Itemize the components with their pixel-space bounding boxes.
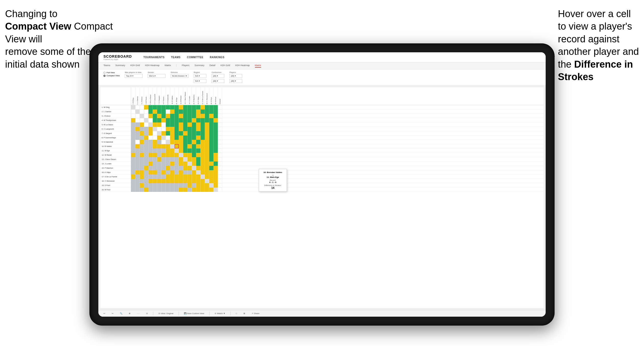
cell-4-20[interactable]	[214, 118, 218, 122]
cell-12-15[interactable]	[192, 153, 196, 157]
cell-13-1[interactable]	[131, 157, 135, 162]
cell-18-4[interactable]	[144, 179, 148, 183]
cell-11-20[interactable]	[214, 149, 218, 153]
cell-17-15[interactable]	[192, 175, 196, 179]
cell-17-19[interactable]	[209, 175, 214, 179]
cell-13-15[interactable]	[192, 157, 196, 162]
cell-16-7[interactable]	[157, 170, 161, 175]
cell-1-20[interactable]	[214, 105, 218, 109]
cell-5-11[interactable]	[174, 122, 179, 127]
cell-7-1[interactable]	[131, 131, 135, 135]
cell-17-12[interactable]	[179, 175, 183, 179]
cell-2-17[interactable]	[201, 109, 205, 114]
cell-2-11[interactable]	[174, 109, 179, 114]
cell-13-19[interactable]	[209, 157, 214, 162]
filter-division-select[interactable]: NCAA Division I ▾	[171, 74, 189, 78]
cell-11-14[interactable]	[188, 149, 192, 153]
cell-14-14[interactable]	[188, 162, 192, 166]
cell-10-10[interactable]	[170, 144, 174, 149]
cell-12-17[interactable]	[201, 153, 205, 157]
cell-6-16[interactable]	[196, 127, 201, 131]
cell-7-4[interactable]	[144, 131, 148, 135]
cell-15-13[interactable]	[183, 166, 188, 170]
cell-16-8[interactable]	[161, 170, 166, 175]
cell-7-20[interactable]	[214, 131, 218, 135]
cell-18-15[interactable]	[192, 179, 196, 183]
cell-7-2[interactable]	[135, 131, 140, 135]
cell-15-15[interactable]	[192, 166, 196, 170]
toolbar-settings[interactable]: ⊙	[145, 312, 149, 315]
nav-rankings[interactable]: RANKINGS	[210, 56, 224, 59]
cell-2-19[interactable]	[209, 109, 214, 114]
cell-18-17[interactable]	[201, 179, 205, 183]
cell-2-6[interactable]	[153, 109, 157, 114]
cell-1-15[interactable]	[192, 105, 196, 109]
cell-8-21[interactable]	[218, 135, 222, 140]
filter-region-select[interactable]: N/A ▾	[194, 74, 206, 78]
cell-19-17[interactable]	[201, 183, 205, 188]
cell-15-9[interactable]	[166, 166, 170, 170]
cell-9-18[interactable]	[205, 140, 209, 144]
cell-20-15[interactable]	[192, 188, 196, 192]
cell-10-19[interactable]	[209, 144, 214, 149]
cell-4-16[interactable]	[196, 118, 201, 122]
cell-6-4[interactable]	[144, 127, 148, 131]
cell-20-2[interactable]	[135, 188, 140, 192]
cell-16-5[interactable]	[148, 170, 153, 175]
cell-18-5[interactable]	[148, 179, 153, 183]
cell-14-8[interactable]	[161, 162, 166, 166]
cell-7-10[interactable]	[170, 131, 174, 135]
cell-14-1[interactable]	[131, 162, 135, 166]
cell-20-21[interactable]	[218, 188, 222, 192]
cell-11-19[interactable]	[209, 149, 214, 153]
cell-10-2[interactable]	[135, 144, 140, 149]
sub-nav-summary[interactable]: Summary	[115, 64, 125, 68]
cell-16-17[interactable]	[201, 170, 205, 175]
cell-17-2[interactable]	[135, 175, 140, 179]
cell-10-9[interactable]	[166, 144, 170, 149]
cell-9-12[interactable]	[179, 140, 183, 144]
cell-8-19[interactable]	[209, 135, 214, 140]
cell-19-5[interactable]	[148, 183, 153, 188]
cell-15-8[interactable]	[161, 166, 166, 170]
cell-1-4[interactable]	[144, 105, 148, 109]
cell-7-12[interactable]	[179, 131, 183, 135]
cell-1-17[interactable]	[201, 105, 205, 109]
cell-1-18[interactable]	[205, 105, 209, 109]
cell-14-3[interactable]	[140, 162, 144, 166]
cell-6-1[interactable]	[131, 127, 135, 131]
cell-18-19[interactable]	[209, 179, 214, 183]
cell-13-2[interactable]	[135, 157, 140, 162]
cell-19-11[interactable]	[174, 183, 179, 188]
cell-12-3[interactable]	[140, 153, 144, 157]
cell-9-13[interactable]	[183, 140, 188, 144]
sub-nav-matrix[interactable]: Matrix	[165, 64, 171, 68]
cell-10-6[interactable]	[153, 144, 157, 149]
cell-12-12[interactable]	[179, 153, 183, 157]
cell-2-15[interactable]	[192, 109, 196, 114]
cell-12-10[interactable]	[170, 153, 174, 157]
nav-committee[interactable]: COMMITTEE	[187, 56, 204, 59]
cell-12-4[interactable]	[144, 153, 148, 157]
cell-7-8[interactable]	[161, 131, 166, 135]
cell-9-21[interactable]	[218, 140, 222, 144]
cell-3-15[interactable]	[192, 114, 196, 118]
cell-18-3[interactable]	[140, 179, 144, 183]
cell-5-3[interactable]	[140, 122, 144, 127]
cell-1-5[interactable]	[148, 105, 153, 109]
sub-nav-summary2[interactable]: Summary	[194, 64, 204, 68]
cell-3-3[interactable]	[140, 114, 144, 118]
cell-4-10[interactable]	[170, 118, 174, 122]
cell-17-16[interactable]	[196, 175, 201, 179]
cell-11-7[interactable]	[157, 149, 161, 153]
cell-6-14[interactable]	[188, 127, 192, 131]
cell-18-8[interactable]	[161, 179, 166, 183]
cell-14-4[interactable]	[144, 162, 148, 166]
cell-4-1[interactable]	[131, 118, 135, 122]
cell-9-1[interactable]	[131, 140, 135, 144]
cell-17-14[interactable]	[188, 175, 192, 179]
cell-16-20[interactable]	[214, 170, 218, 175]
filter-gender-select[interactable]: Men's ▾	[148, 74, 166, 78]
cell-16-11[interactable]	[174, 170, 179, 175]
cell-4-7[interactable]	[157, 118, 161, 122]
